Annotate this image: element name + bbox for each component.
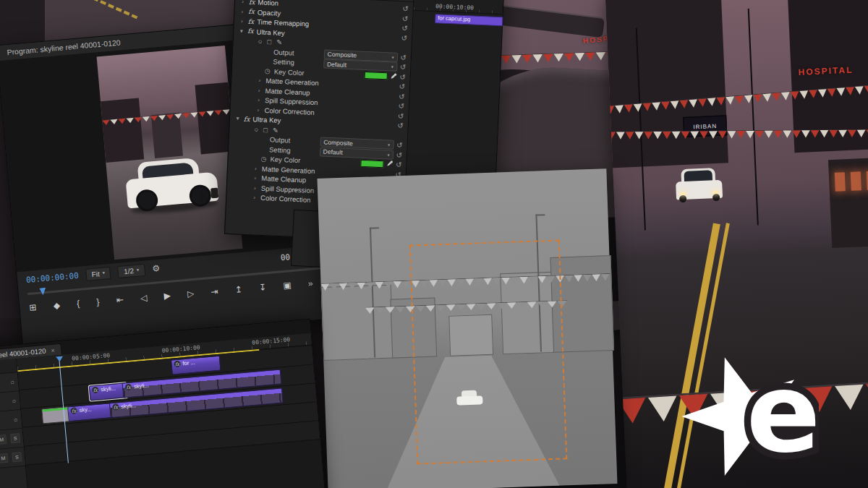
add-marker-icon[interactable]: ◆ — [53, 300, 60, 311]
twisty-collapsed-icon[interactable]: › — [252, 165, 259, 171]
eye-icon[interactable]: ○ — [12, 397, 16, 404]
key-color-swatch[interactable] — [360, 160, 383, 168]
go-to-out-icon[interactable]: ⇥ — [210, 286, 218, 297]
reset-parameter-icon[interactable]: ↺ — [400, 63, 407, 71]
mute-button[interactable]: M — [0, 453, 9, 463]
twisty-collapsed-icon[interactable]: › — [239, 8, 245, 14]
playback-resolution-value: 1/2 — [124, 267, 135, 275]
settings-wrench-icon[interactable]: ⚙ — [152, 263, 161, 274]
key-color-label: Key Color — [270, 155, 300, 165]
settings-menu-icon[interactable]: » — [307, 278, 313, 289]
key-color-swatch[interactable] — [364, 72, 387, 80]
effect-name-label: Motion — [258, 0, 278, 7]
reset-parameter-icon[interactable]: ↺ — [401, 34, 407, 42]
close-icon[interactable]: × — [51, 346, 55, 354]
spacer — [312, 24, 399, 27]
reset-parameter-icon[interactable]: ↺ — [400, 53, 407, 61]
spacer — [284, 13, 399, 18]
eyedropper-icon[interactable] — [390, 72, 396, 80]
stopwatch-icon[interactable]: ◷ — [260, 155, 267, 163]
zoom-level-value: Fit — [91, 270, 100, 278]
button-editor-icon[interactable]: ⊞ — [29, 302, 37, 313]
pen-mask-icon[interactable]: ✎ — [276, 38, 282, 46]
clip-name-label: skyli... — [134, 382, 150, 390]
ellipse-mask-icon[interactable]: ○ — [258, 38, 262, 46]
lift-icon[interactable]: ↥ — [234, 284, 242, 295]
reset-parameter-icon[interactable]: ↺ — [397, 121, 404, 129]
clip-fx-badge-icon: fx — [174, 361, 181, 368]
rect-mask-icon[interactable]: □ — [263, 126, 268, 134]
clip-name-label: skyli... — [101, 385, 116, 393]
reset-parameter-icon[interactable]: ↺ — [399, 93, 405, 100]
twisty-collapsed-icon[interactable]: › — [239, 18, 245, 25]
mark-in-icon[interactable]: { — [77, 299, 80, 309]
reset-parameter-icon[interactable]: ↺ — [399, 73, 406, 81]
chevron-down-icon: ▾ — [391, 64, 393, 69]
zoom-level-select[interactable]: Fit ▾ — [85, 266, 111, 281]
reset-parameter-icon[interactable]: ↺ — [401, 24, 408, 32]
export-frame-icon[interactable]: ▣ — [283, 280, 292, 291]
track-header-a2[interactable]: A2MS — [0, 448, 25, 471]
twisty-collapsed-icon[interactable]: › — [251, 194, 258, 201]
clip-name-label: for ... — [182, 359, 195, 367]
car-grill — [210, 187, 218, 198]
fx-badge-icon: fx — [249, 0, 255, 6]
timeline-clip[interactable]: fxfor ... — [171, 356, 221, 375]
extract-icon[interactable]: ↧ — [258, 282, 266, 293]
twisty-collapsed-icon[interactable]: › — [256, 77, 263, 84]
stopwatch-icon[interactable]: ◷ — [264, 67, 271, 74]
solo-button[interactable]: S — [12, 452, 22, 462]
twisty-collapsed-icon[interactable]: › — [239, 0, 246, 5]
car-wheel — [679, 195, 686, 202]
clip-fx-badge-icon: fx — [70, 407, 77, 414]
reset-parameter-icon[interactable]: ↺ — [396, 141, 403, 149]
viewport-building — [321, 285, 394, 361]
program-video-frame — [97, 46, 243, 260]
reset-parameter-icon[interactable]: ↺ — [396, 151, 402, 159]
ellipse-mask-icon[interactable]: ○ — [254, 125, 258, 133]
eye-icon[interactable]: ○ — [14, 416, 18, 423]
twisty-expanded-icon[interactable]: ▾ — [234, 115, 241, 121]
chevron-down-icon: ▾ — [102, 270, 105, 276]
step-forward-icon[interactable]: ▷ — [187, 288, 194, 299]
reset-parameter-icon[interactable]: ↺ — [399, 82, 406, 90]
reset-parameter-icon[interactable]: ↺ — [402, 4, 409, 12]
chevron-down-icon: ▾ — [388, 142, 390, 147]
reset-parameter-icon[interactable]: ↺ — [398, 102, 404, 110]
ruler-timecode-label: 00:00:10:00 — [161, 344, 200, 354]
effect-name-label: Ultra Key — [256, 27, 285, 37]
twisty-expanded-icon[interactable]: ▾ — [238, 27, 244, 34]
effect-group-label: Matte Cleanup — [265, 87, 310, 97]
twisty-collapsed-icon[interactable]: › — [256, 87, 263, 93]
rect-mask-icon[interactable]: □ — [267, 38, 271, 46]
spacer — [297, 63, 320, 64]
pen-mask-icon[interactable]: ✎ — [273, 126, 278, 134]
mark-out-icon[interactable]: } — [96, 296, 100, 307]
timeline-clip[interactable]: fxsky... — [67, 403, 115, 421]
twisty-collapsed-icon[interactable]: › — [252, 184, 258, 191]
go-to-in-icon[interactable]: ⇤ — [116, 295, 124, 306]
effect-group-label: Color Correction — [260, 194, 311, 204]
output-label: Output — [270, 136, 291, 145]
output-value: Composite — [323, 138, 353, 147]
lit-window — [851, 171, 861, 191]
solo-button[interactable]: S — [10, 433, 20, 443]
play-icon[interactable]: ▶ — [163, 291, 171, 301]
current-timecode[interactable]: 00:00:00:00 — [26, 270, 80, 284]
reset-parameter-icon[interactable]: ↺ — [402, 14, 409, 22]
mute-button[interactable]: M — [0, 435, 7, 445]
twisty-collapsed-icon[interactable]: › — [252, 175, 258, 181]
car-headlight — [713, 191, 718, 194]
playback-resolution-select[interactable]: 1/2 ▾ — [117, 263, 145, 278]
spacer — [320, 103, 395, 106]
eyedropper-icon[interactable] — [386, 160, 393, 168]
step-back-icon[interactable]: ◁ — [140, 293, 147, 304]
timeline-tracks-area[interactable]: 00:00:05:0000:00:10:0000:00:15:00 fxfor … — [17, 333, 327, 488]
twisty-collapsed-icon[interactable]: › — [255, 97, 262, 103]
reset-parameter-icon[interactable]: ↺ — [396, 160, 402, 168]
reset-parameter-icon[interactable]: ↺ — [398, 112, 404, 120]
spacer — [294, 150, 317, 151]
mini-timeline-clip[interactable]: for capcut.jpg — [435, 14, 503, 26]
eye-icon[interactable]: ○ — [10, 378, 14, 385]
twisty-collapsed-icon[interactable]: › — [255, 106, 261, 113]
